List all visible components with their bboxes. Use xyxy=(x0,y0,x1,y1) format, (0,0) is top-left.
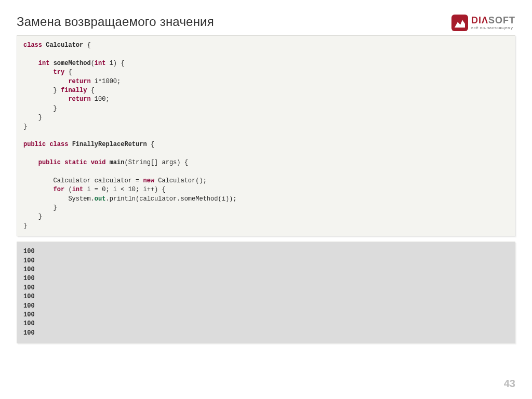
slide-title: Замена возвращаемого значения xyxy=(17,15,214,29)
logo-brand: DIΛSOFT xyxy=(471,16,515,25)
slide-content: class Calculator { int someMethod(int i)… xyxy=(0,35,532,343)
brand-logo: DIΛSOFT всё по-настоящему xyxy=(451,15,515,31)
logo-brand-b: SOFT xyxy=(488,15,515,25)
slide-header: Замена возвращаемого значения DIΛSOFT вс… xyxy=(0,0,532,35)
logo-tagline: всё по-настоящему xyxy=(471,26,515,30)
output-block: 100 100 100 100 100 100 100 100 100 100 xyxy=(17,242,515,343)
page-number: 43 xyxy=(504,378,515,390)
logo-text: DIΛSOFT всё по-настоящему xyxy=(471,16,515,30)
logo-brand-a: DIΛ xyxy=(471,15,488,25)
logo-mark-icon xyxy=(451,15,468,31)
code-block: class Calculator { int someMethod(int i)… xyxy=(17,35,515,236)
